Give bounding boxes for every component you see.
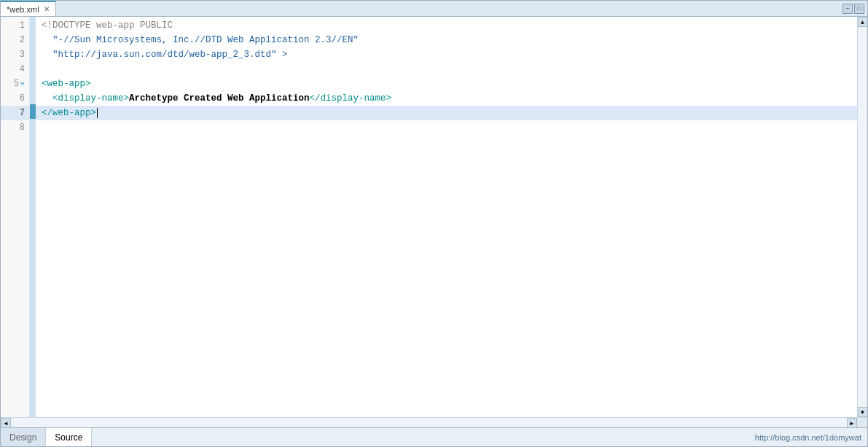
source-tab[interactable]: Source: [46, 428, 92, 446]
bottom-bar: Design Source http://blog.csdn.net/1domy…: [1, 427, 867, 446]
line-number-1: 1: [1, 18, 29, 33]
gutter-mark-3: [30, 46, 36, 61]
scroll-down-arrow[interactable]: ▼: [858, 407, 868, 417]
maximize-button[interactable]: □: [854, 4, 864, 14]
line-number-4: 4: [1, 62, 29, 77]
code-line-5: <web-app>: [36, 77, 857, 91]
scroll-track[interactable]: [858, 27, 867, 407]
gutter-mark-6: [30, 90, 36, 104]
scroll-corner: [857, 418, 867, 428]
code-line-2: "-//Sun Microsystems, Inc.//DTD Web Appl…: [36, 33, 857, 47]
text-cursor: [97, 108, 98, 118]
design-tab[interactable]: Design: [1, 428, 46, 446]
window-controls: ─ □: [840, 1, 867, 16]
code-area[interactable]: <!DOCTYPE web-app PUBLIC "-//Sun Microsy…: [36, 17, 857, 417]
editor-window: *web.xml ✕ ─ □ 12345≡678 <!DOCTYPE web-a…: [0, 0, 868, 447]
code-line-8: [36, 120, 857, 135]
line-numbers: 12345≡678: [1, 17, 30, 417]
url-hint: http://blog.csdn.net/1domywat: [92, 428, 867, 446]
gutter-mark-1: [30, 17, 36, 31]
code-line-7: </web-app>: [36, 106, 857, 120]
line-number-2: 2: [1, 33, 29, 47]
code-line-3: "http://java.sun.com/dtd/web-app_2_3.dtd…: [36, 47, 857, 62]
tab-spacer: [56, 1, 840, 16]
gutter-mark-4: [30, 61, 36, 75]
scroll-right-arrow[interactable]: ▶: [847, 418, 857, 428]
code-line-1: <!DOCTYPE web-app PUBLIC: [36, 18, 857, 33]
scroll-up-arrow[interactable]: ▲: [858, 17, 868, 27]
line-number-5: 5≡: [1, 77, 29, 91]
tab-label: *web.xml: [7, 5, 39, 14]
gutter-mark-5: [30, 75, 36, 90]
line-number-6: 6: [1, 91, 29, 106]
code-line-6: <display-name>Archetype Created Web Appl…: [36, 91, 857, 106]
tab-bar: *web.xml ✕ ─ □: [1, 1, 867, 17]
gutter-mark-8: [30, 119, 36, 133]
line-number-7: 7: [1, 106, 29, 120]
h-scroll-track[interactable]: [11, 418, 847, 427]
editor-main: 12345≡678 <!DOCTYPE web-app PUBLIC "-//S…: [1, 17, 867, 417]
gutter-mark-2: [30, 31, 36, 46]
left-gutter-marker: [30, 17, 36, 417]
code-line-4: [36, 62, 857, 77]
line-number-3: 3: [1, 47, 29, 62]
gutter-mark-7: [30, 104, 36, 119]
vertical-scrollbar: ▲ ▼: [857, 17, 867, 417]
scroll-left-arrow[interactable]: ◀: [1, 418, 11, 428]
tab-close-icon[interactable]: ✕: [44, 5, 50, 13]
minimize-button[interactable]: ─: [842, 4, 853, 14]
fold-icon[interactable]: ≡: [20, 80, 25, 88]
file-tab[interactable]: *web.xml ✕: [1, 1, 56, 16]
line-number-8: 8: [1, 120, 29, 135]
horizontal-scrollbar: ◀ ▶: [1, 417, 867, 427]
